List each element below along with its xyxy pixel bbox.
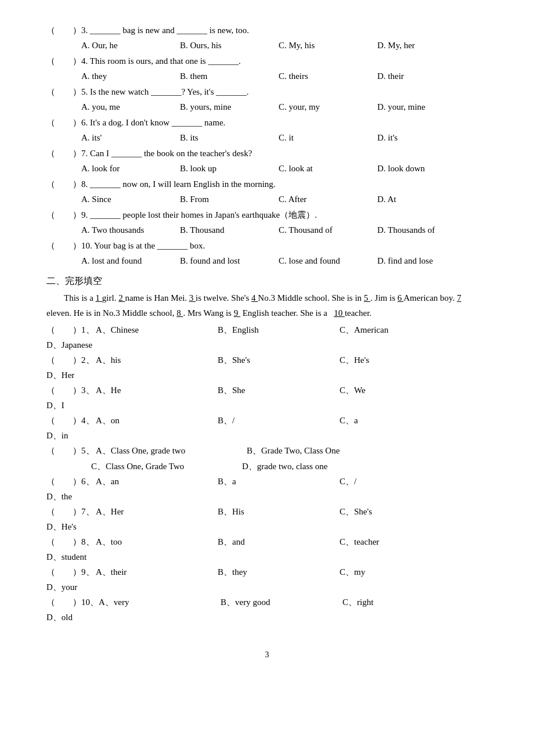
fill-question-5: （ ） 5、 A、Class One, grade two B、Grade Tw… xyxy=(46,444,488,474)
section-2-title: 二、完形填空 xyxy=(46,273,488,289)
fill-question-10: （ ） 10、 A、very B、very good C、right D、old xyxy=(46,595,488,625)
question-6: （ ）6. It's a dog. I don't know _______ n… xyxy=(46,116,488,145)
fill-question-2: （ ） 2、 A、his B、She's C、He's D、Her xyxy=(46,353,488,383)
section-2: 二、完形填空 This is a 1 girl. 2 name is Han M… xyxy=(46,273,488,625)
page-number: 3 xyxy=(46,648,488,662)
fill-question-1: （ ） 1、 A、Chinese B、English C、American D、… xyxy=(46,323,488,352)
fill-question-4: （ ） 4、 A、on B、/ C、a D、in xyxy=(46,413,488,443)
question-3-options: A. Our, he B. Ours, his C. My, his D. My… xyxy=(46,38,488,53)
question-10: （ ）10. Your bag is at the _______ box. A… xyxy=(46,239,488,268)
question-8: （ ）8. _______ now on, I will learn Engli… xyxy=(46,177,488,207)
question-4: （ ）4. This room is ours, and that one is… xyxy=(46,54,488,84)
passage-text: This is a 1 girl. 2 name is Han Mei. 3 i… xyxy=(46,291,488,321)
question-3: （ ）3. _______ bag is new and _______ is … xyxy=(46,23,488,53)
question-3-text: （ ）3. _______ bag is new and _______ is … xyxy=(46,23,488,38)
question-7: （ ）7. Can I _______ the book on the teac… xyxy=(46,146,488,176)
fill-question-3: （ ） 3、 A、He B、She C、We D、I xyxy=(46,383,488,413)
fill-question-9: （ ） 9、 A、their B、they C、my D、your xyxy=(46,565,488,595)
fill-question-8: （ ） 8、 A、too B、and C、teacher D、student xyxy=(46,535,488,564)
question-9: （ ）9. _______ people lost their homes in… xyxy=(46,208,488,237)
question-5: （ ）5. Is the new watch _______? Yes, it'… xyxy=(46,85,488,114)
fill-question-7: （ ） 7、 A、Her B、His C、She's D、He's xyxy=(46,505,488,534)
fill-question-6: （ ） 6、 A、an B、a C、/ D、the xyxy=(46,474,488,504)
